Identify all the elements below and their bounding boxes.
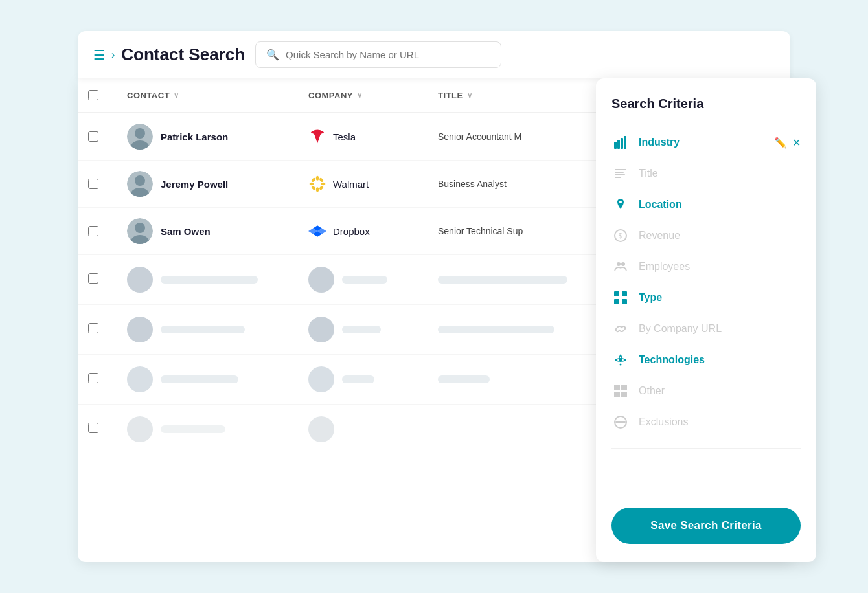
contact-sort-icon[interactable]: ∨ xyxy=(174,91,179,100)
criteria-actions-industry: ✏️ ✕ xyxy=(774,137,801,149)
title-text-1: Senior Accountant M xyxy=(438,131,521,142)
svg-rect-41 xyxy=(614,385,620,390)
criteria-item-other: Other xyxy=(611,375,801,407)
svg-point-39 xyxy=(615,359,617,361)
svg-rect-34 xyxy=(614,299,619,304)
contact-cell-3: Sam Owen xyxy=(119,208,301,254)
criteria-label-exclusions: Exclusions xyxy=(639,416,801,428)
panel-divider xyxy=(611,448,801,449)
svg-point-15 xyxy=(135,223,145,233)
svg-point-30 xyxy=(617,262,621,266)
technologies-icon xyxy=(611,351,630,369)
main-content: CONTACT ∨ COMPANY ∨ TITLE ∨ xyxy=(78,78,790,562)
criteria-label-company-url: By Company URL xyxy=(639,323,801,335)
edit-icon-industry[interactable]: ✏️ xyxy=(774,137,787,149)
contact-name-2: Jeremy Powell xyxy=(161,179,228,190)
close-icon-industry[interactable]: ✕ xyxy=(792,137,801,149)
skeleton-title-bar-3 xyxy=(438,375,490,383)
skeleton-company-cell-3 xyxy=(301,355,430,404)
skeleton-avatar-4 xyxy=(127,416,153,442)
skeleton-name-1 xyxy=(161,276,258,284)
criteria-label-other: Other xyxy=(639,385,801,397)
panel-content: Search Criteria Industry ✏️ xyxy=(596,78,816,497)
title-text-2: Business Analyst xyxy=(438,179,507,189)
skeleton-company-cell-2 xyxy=(301,305,430,354)
save-search-criteria-button[interactable]: Save Search Criteria xyxy=(611,508,801,544)
th-company[interactable]: COMPANY ∨ xyxy=(301,78,430,112)
company-cell-3: Dropbox xyxy=(301,212,430,251)
contact-name-3: Sam Owen xyxy=(161,226,211,237)
type-icon xyxy=(611,289,630,307)
skeleton-cname-3 xyxy=(342,375,374,383)
panel-title: Search Criteria xyxy=(611,96,801,111)
industry-icon xyxy=(611,133,630,151)
skeleton-title-3 xyxy=(430,364,611,395)
criteria-label-type: Type xyxy=(639,292,801,304)
svg-rect-24 xyxy=(615,169,626,170)
row-checkbox-3[interactable] xyxy=(88,226,98,236)
th-contact[interactable]: CONTACT ∨ xyxy=(119,78,301,112)
criteria-item-exclusions: Exclusions xyxy=(611,407,801,438)
skeleton-contact-1 xyxy=(119,255,301,304)
title-sort-icon[interactable]: ∨ xyxy=(467,91,473,100)
skeleton-company-1 xyxy=(308,267,334,293)
skeleton-company-2 xyxy=(308,317,334,342)
skeleton-name-3 xyxy=(161,375,238,383)
header-checkbox-cell xyxy=(88,78,119,112)
company-name-1: Tesla xyxy=(333,131,356,142)
svg-rect-33 xyxy=(622,291,627,296)
svg-point-13 xyxy=(311,185,316,190)
avatar-2 xyxy=(127,171,153,197)
svg-point-7 xyxy=(316,187,319,192)
title-icon xyxy=(611,164,630,183)
company-name-2: Walmart xyxy=(333,179,369,190)
skeleton-title-bar-1 xyxy=(438,276,567,284)
row-checkbox-cell xyxy=(88,226,119,236)
link-icon xyxy=(611,320,630,338)
select-all-checkbox[interactable] xyxy=(88,90,98,100)
svg-point-4 xyxy=(135,175,145,186)
row-checkbox-cell xyxy=(88,131,119,142)
svg-rect-22 xyxy=(621,138,623,149)
title-cell-3: Senior Technical Sup xyxy=(430,216,611,247)
app-container: ☰ › Contact Search 🔍 CONTACT ∨ COMPAN xyxy=(78,31,790,562)
search-input[interactable] xyxy=(286,49,490,60)
svg-point-12 xyxy=(319,177,324,183)
employees-icon xyxy=(611,258,630,276)
search-criteria-panel: Search Criteria Industry ✏️ xyxy=(596,78,816,562)
svg-point-31 xyxy=(621,262,625,266)
hamburger-icon[interactable]: ☰ xyxy=(93,47,105,63)
svg-rect-26 xyxy=(615,174,625,175)
criteria-item-title: Title xyxy=(611,158,801,189)
row-checkbox-2[interactable] xyxy=(88,179,98,189)
skeleton-title-bar-2 xyxy=(438,326,554,333)
svg-rect-42 xyxy=(621,385,627,390)
svg-rect-43 xyxy=(614,392,620,397)
criteria-label-location: Location xyxy=(639,199,801,210)
skeleton-avatar-1 xyxy=(127,267,153,293)
avatar-3 xyxy=(127,218,153,244)
search-bar[interactable]: 🔍 xyxy=(255,41,501,68)
skeleton-contact-3 xyxy=(119,355,301,404)
company-sort-icon[interactable]: ∨ xyxy=(357,91,363,100)
page-title: Contact Search xyxy=(121,45,245,65)
svg-rect-21 xyxy=(617,140,620,149)
row-checkbox-1[interactable] xyxy=(88,131,98,142)
title-text-3: Senior Technical Sup xyxy=(438,226,523,236)
company-cell-2: Walmart xyxy=(301,164,430,203)
contact-cell-1: Patrick Larson xyxy=(119,113,301,160)
header-left: ☰ › Contact Search xyxy=(93,45,245,65)
th-company-label: COMPANY xyxy=(308,91,353,100)
row-checkbox-cell xyxy=(88,179,119,189)
skeleton-cname-2 xyxy=(342,326,381,333)
row-checkbox-sk1[interactable] xyxy=(88,273,98,284)
row-checkbox-sk3[interactable] xyxy=(88,373,98,383)
search-icon: 🔍 xyxy=(266,49,279,61)
criteria-label-revenue: Revenue xyxy=(639,230,801,241)
th-title[interactable]: TITLE ∨ xyxy=(430,78,611,112)
svg-point-11 xyxy=(319,185,324,190)
row-checkbox-sk4[interactable] xyxy=(88,423,98,433)
location-icon xyxy=(611,196,630,214)
skeleton-title-2 xyxy=(430,314,611,345)
row-checkbox-sk2[interactable] xyxy=(88,323,98,333)
